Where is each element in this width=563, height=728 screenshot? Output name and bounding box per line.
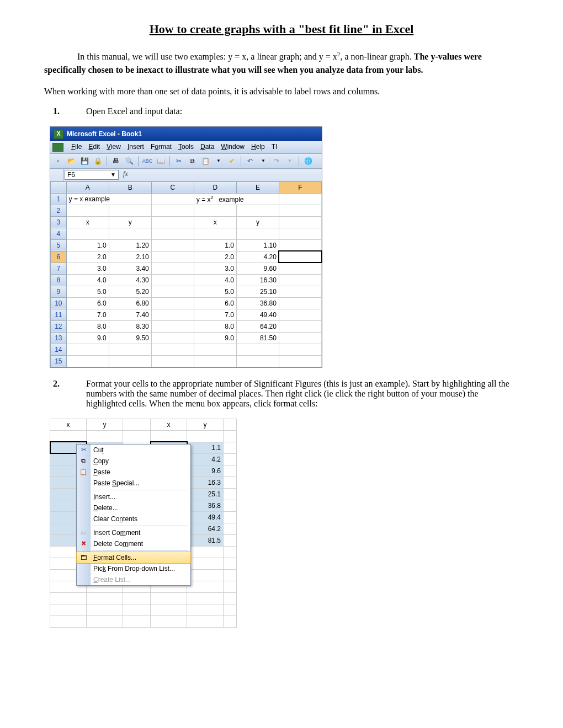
cell[interactable]: 9.0: [194, 332, 236, 344]
cell[interactable]: 81.50: [236, 332, 279, 344]
cell[interactable]: 4.30: [109, 274, 151, 286]
cell[interactable]: 49.40: [236, 309, 279, 320]
cell[interactable]: y: [109, 216, 151, 228]
cell[interactable]: y = x example: [66, 193, 151, 205]
save-icon[interactable]: 💾: [79, 156, 90, 167]
row-header[interactable]: 4: [51, 228, 67, 239]
cell[interactable]: 4.20: [236, 251, 279, 263]
cell[interactable]: [151, 193, 194, 205]
cell[interactable]: 2.10: [109, 251, 151, 263]
cell[interactable]: 8.0: [66, 320, 109, 332]
cell[interactable]: 5.0: [66, 286, 109, 297]
paste-dropdown-icon[interactable]: ▼: [213, 156, 224, 167]
format-painter-icon[interactable]: ✔: [226, 156, 237, 167]
cell[interactable]: 3.0: [66, 263, 109, 274]
cell[interactable]: 8.0: [194, 320, 236, 332]
cell[interactable]: 64.2: [187, 523, 224, 534]
menu-cut[interactable]: ✂ Cut: [77, 445, 190, 456]
cell[interactable]: 36.8: [187, 500, 224, 511]
cell[interactable]: 1.0: [66, 239, 109, 251]
new-icon[interactable]: ▫: [52, 156, 63, 167]
copy-icon[interactable]: ⧉: [187, 156, 198, 167]
paste-icon[interactable]: 📋: [200, 156, 211, 167]
cell[interactable]: 7.0: [66, 309, 109, 320]
col-header-d[interactable]: D: [194, 181, 236, 193]
row-header[interactable]: 1: [51, 193, 67, 205]
open-icon[interactable]: 📂: [66, 156, 77, 167]
cell[interactable]: 1.20: [109, 239, 151, 251]
permission-icon[interactable]: 🔒: [92, 156, 103, 167]
cell[interactable]: 9.60: [236, 263, 279, 274]
fx-label[interactable]: fx: [120, 169, 131, 181]
cell[interactable]: 6.0: [66, 297, 109, 309]
menu-help[interactable]: Help: [251, 143, 265, 152]
row-header[interactable]: 15: [51, 355, 67, 367]
menu-copy[interactable]: ⧉ Copy: [77, 456, 190, 467]
cell[interactable]: 25.10: [236, 286, 279, 297]
menu-clear-contents[interactable]: Clear Contents: [77, 513, 190, 524]
cell[interactable]: 4.0: [194, 274, 236, 286]
row-header[interactable]: 3: [51, 216, 67, 228]
cell[interactable]: 3.40: [109, 263, 151, 274]
cell[interactable]: 8.30: [109, 320, 151, 332]
cell[interactable]: 6.80: [109, 297, 151, 309]
cell[interactable]: 36.80: [236, 297, 279, 309]
menu-format[interactable]: Format: [151, 143, 172, 152]
row-header[interactable]: 2: [51, 205, 67, 216]
cell[interactable]: 9.0: [66, 332, 109, 344]
namebox-dropdown-icon[interactable]: ▼: [110, 172, 116, 178]
col-header-b[interactable]: B: [109, 181, 151, 193]
menu-data[interactable]: Data: [200, 143, 214, 152]
menu-format-cells[interactable]: 🗔 Format Cells...: [76, 552, 191, 564]
research-icon[interactable]: 📖: [155, 156, 166, 167]
hyperlink-icon[interactable]: 🌐: [302, 156, 314, 167]
menu-delete[interactable]: Delete...: [77, 502, 190, 513]
menu-window[interactable]: Window: [221, 143, 245, 152]
menu-insert-comment[interactable]: ▭ Insert Comment: [77, 527, 190, 538]
spreadsheet-grid[interactable]: A B C D E F 1 y = x example y = x2 examp…: [50, 181, 322, 367]
menu-delete-comment[interactable]: ✖ Delete Comment: [77, 538, 190, 549]
cell[interactable]: 2.0: [194, 251, 236, 263]
menu-pick-from-list[interactable]: Pick From Drop-down List...: [77, 563, 190, 574]
col-header-e[interactable]: E: [236, 181, 279, 193]
menu-edit[interactable]: Edit: [88, 143, 100, 152]
cell[interactable]: 81.5: [187, 534, 224, 546]
menu-view[interactable]: View: [107, 143, 121, 152]
col-header-f[interactable]: F: [279, 181, 321, 193]
cell[interactable]: 9.50: [109, 332, 151, 344]
print-icon[interactable]: 🖶: [110, 156, 121, 167]
menu-file[interactable]: File: [71, 143, 82, 152]
cell[interactable]: 49.4: [187, 511, 224, 523]
col-header-c[interactable]: C: [151, 181, 194, 193]
spelling-icon[interactable]: ABC: [142, 156, 153, 167]
preview-icon[interactable]: 🔍: [124, 156, 135, 167]
menu-paste-special[interactable]: Paste Special...: [77, 478, 190, 489]
menu-ti[interactable]: TI: [272, 143, 278, 152]
name-box[interactable]: F6 ▼: [65, 170, 119, 180]
cut-icon[interactable]: ✂: [173, 156, 184, 167]
menu-insert[interactable]: Insert: [128, 143, 144, 152]
undo-dropdown-icon[interactable]: ▼: [258, 156, 269, 167]
cell[interactable]: [279, 193, 321, 205]
cell[interactable]: 3.0: [194, 263, 236, 274]
undo-icon[interactable]: ↶: [245, 156, 256, 167]
cell[interactable]: 6.0: [194, 297, 236, 309]
cell[interactable]: 7.40: [109, 309, 151, 320]
cell[interactable]: x: [194, 216, 236, 228]
cell[interactable]: 64.20: [236, 320, 279, 332]
cell[interactable]: 9.6: [187, 465, 224, 477]
col-header-a[interactable]: A: [66, 181, 109, 193]
row-header[interactable]: 14: [51, 344, 67, 355]
cell[interactable]: 5.0: [194, 286, 236, 297]
cell[interactable]: 16.30: [236, 274, 279, 286]
cell[interactable]: 1.1: [187, 442, 224, 453]
cell[interactable]: 7.0: [194, 309, 236, 320]
menu-insert[interactable]: Insert...: [77, 491, 190, 502]
cell[interactable]: 4.2: [187, 453, 224, 465]
cell[interactable]: 16.3: [187, 477, 224, 488]
select-all-corner[interactable]: [51, 181, 67, 193]
menu-tools[interactable]: Tools: [178, 143, 194, 152]
menu-paste[interactable]: 📋 Paste: [77, 467, 190, 478]
redo-dropdown-icon[interactable]: ▼: [284, 156, 295, 167]
cell[interactable]: y = x2 example: [194, 193, 279, 205]
